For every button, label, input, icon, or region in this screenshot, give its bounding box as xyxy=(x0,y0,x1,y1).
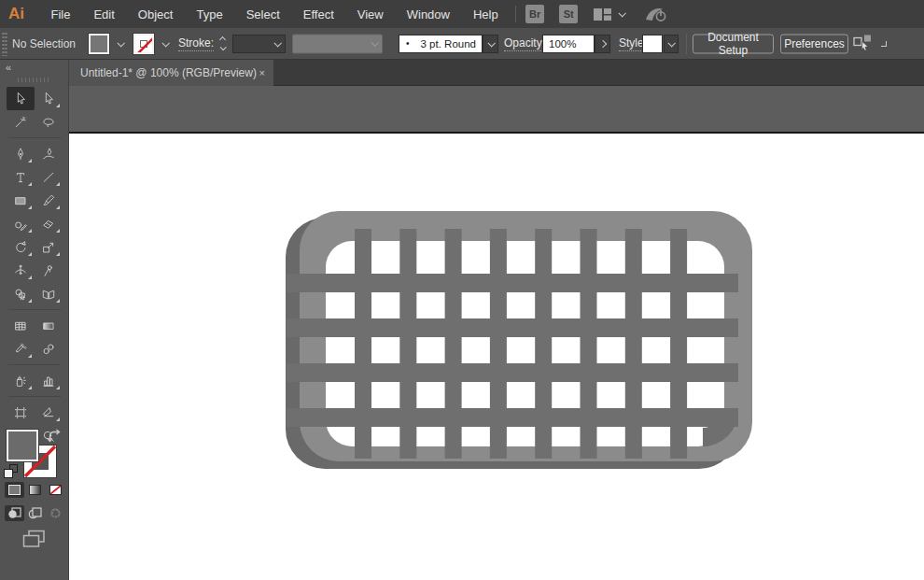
shape-builder-tool[interactable] xyxy=(7,282,35,305)
perspective-grid-icon xyxy=(41,287,56,302)
chevron-down-icon xyxy=(117,39,124,47)
scale-tool[interactable] xyxy=(35,235,63,259)
align-options-chevron-icon[interactable] xyxy=(881,41,887,47)
opacity-dropdown[interactable] xyxy=(595,35,610,53)
artwork-svg[interactable] xyxy=(69,86,924,580)
symbol-sprayer-tool[interactable] xyxy=(7,369,35,392)
bridge-button[interactable]: Br xyxy=(525,5,544,23)
blend-tool[interactable] xyxy=(35,337,63,361)
pen-tool[interactable] xyxy=(7,142,35,165)
stepper-down-icon xyxy=(219,44,226,50)
rotate-icon xyxy=(13,240,28,255)
direct-selection-icon xyxy=(41,92,56,106)
app-logo: Ai xyxy=(8,5,24,23)
menu-item-help[interactable]: Help xyxy=(461,0,510,28)
selection-tool[interactable] xyxy=(7,87,35,110)
rotate-tool[interactable] xyxy=(7,235,35,259)
document-tab-bar: Untitled-1* @ 100% (RGB/Preview) × xyxy=(69,60,924,86)
eyedropper-tool[interactable] xyxy=(7,337,35,361)
stroke-weight-select[interactable] xyxy=(232,35,286,53)
curvature-icon xyxy=(41,147,56,162)
lasso-tool[interactable] xyxy=(35,110,63,134)
align-options-icon[interactable] xyxy=(853,34,875,53)
workspace-switcher[interactable] xyxy=(593,7,612,21)
style-swatch[interactable] xyxy=(642,35,663,53)
workspace-chevron-icon[interactable] xyxy=(619,9,626,17)
width-tool[interactable] xyxy=(7,259,35,282)
menu-item-window[interactable]: Window xyxy=(395,0,461,28)
perspective-grid-tool[interactable] xyxy=(35,282,63,305)
selection-status: No Selection xyxy=(12,37,76,50)
chevron-down-icon xyxy=(273,39,281,47)
fill-swatch-indicator[interactable] xyxy=(7,430,38,461)
menu-item-edit[interactable]: Edit xyxy=(82,0,126,28)
brush-definition-dropdown[interactable] xyxy=(483,35,498,53)
menu-item-type[interactable]: Type xyxy=(185,0,234,28)
curvature-tool[interactable] xyxy=(35,142,63,165)
collapse-panel-icon[interactable]: « xyxy=(6,62,11,73)
menu-item-object[interactable]: Object xyxy=(126,0,185,28)
illustrator-window: { "menubar": { "logo": "Ai", "items": ["… xyxy=(0,0,924,580)
menu-item-view[interactable]: View xyxy=(345,0,395,28)
color-icon xyxy=(8,485,21,495)
menu-item-effect[interactable]: Effect xyxy=(291,0,345,28)
mesh-tool[interactable] xyxy=(7,314,35,337)
gradient-mode-button[interactable] xyxy=(25,482,45,498)
column-graph-tool[interactable] xyxy=(35,369,63,392)
default-fill-stroke-icon[interactable] xyxy=(4,464,19,479)
color-mode-button[interactable] xyxy=(5,482,24,498)
line-segment-icon xyxy=(41,170,56,185)
line-segment-tool[interactable] xyxy=(35,165,63,189)
paintbrush-tool[interactable] xyxy=(35,189,63,212)
eraser-tool[interactable] xyxy=(35,212,63,235)
draw-normal-button[interactable] xyxy=(5,505,24,521)
type-tool[interactable] xyxy=(7,165,35,189)
magic-wand-tool[interactable] xyxy=(7,110,35,134)
canvas-area[interactable] xyxy=(69,86,924,580)
menu-item-select[interactable]: Select xyxy=(234,0,291,28)
app-buttons: BrSt xyxy=(525,5,593,23)
none-mode-button[interactable] xyxy=(46,482,65,498)
document-tab[interactable]: Untitled-1* @ 100% (RGB/Preview) × xyxy=(69,60,273,86)
cc-sync-status[interactable] xyxy=(645,6,667,23)
stock-button[interactable]: St xyxy=(559,5,578,23)
slice-tool[interactable] xyxy=(35,401,63,424)
shape-builder-icon xyxy=(13,287,28,302)
preferences-button[interactable]: Preferences xyxy=(780,34,848,53)
chevron-down-icon xyxy=(667,39,675,47)
opacity-label[interactable]: Opacity: xyxy=(504,36,545,51)
eraser-icon xyxy=(41,217,56,232)
fill-color-dropdown[interactable] xyxy=(114,41,127,47)
stroke-color-dropdown[interactable] xyxy=(159,41,172,47)
draw-behind-button[interactable] xyxy=(25,505,45,521)
draw-inside-button[interactable] xyxy=(46,505,65,521)
style-dropdown[interactable] xyxy=(664,35,679,53)
puppet-warp-tool[interactable] xyxy=(35,259,63,282)
shaper-icon xyxy=(13,217,28,232)
chevron-right-icon xyxy=(598,39,606,47)
pen-icon xyxy=(13,147,28,162)
blend-icon xyxy=(41,342,56,357)
document-setup-button[interactable]: Document Setup xyxy=(693,34,774,53)
rectangle-tool[interactable] xyxy=(7,189,35,212)
chevron-down-icon xyxy=(161,39,169,47)
brush-definition-field[interactable]: • 3 pt. Round xyxy=(399,35,483,53)
artboard-tool[interactable] xyxy=(7,401,35,424)
tool-grid xyxy=(7,87,63,447)
stepper-up-icon xyxy=(218,35,225,42)
close-icon[interactable]: × xyxy=(259,67,265,78)
fill-color-swatch[interactable] xyxy=(89,34,109,54)
panel-grip[interactable] xyxy=(2,32,7,56)
screen-mode-icon[interactable] xyxy=(22,530,46,552)
opacity-input[interactable]: 100% xyxy=(542,35,595,53)
gradient-tool[interactable] xyxy=(35,314,63,337)
direct-selection-tool[interactable] xyxy=(35,87,63,110)
tools-panel-grip[interactable] xyxy=(18,78,51,82)
stroke-label[interactable]: Stroke: xyxy=(178,36,214,51)
variable-width-profile[interactable] xyxy=(292,34,383,53)
stroke-weight-stepper[interactable] xyxy=(216,34,229,54)
stroke-color-swatch[interactable] xyxy=(133,34,154,54)
gradient-icon xyxy=(29,485,41,495)
menu-item-file[interactable]: File xyxy=(39,0,82,28)
shaper-tool[interactable] xyxy=(7,212,35,235)
